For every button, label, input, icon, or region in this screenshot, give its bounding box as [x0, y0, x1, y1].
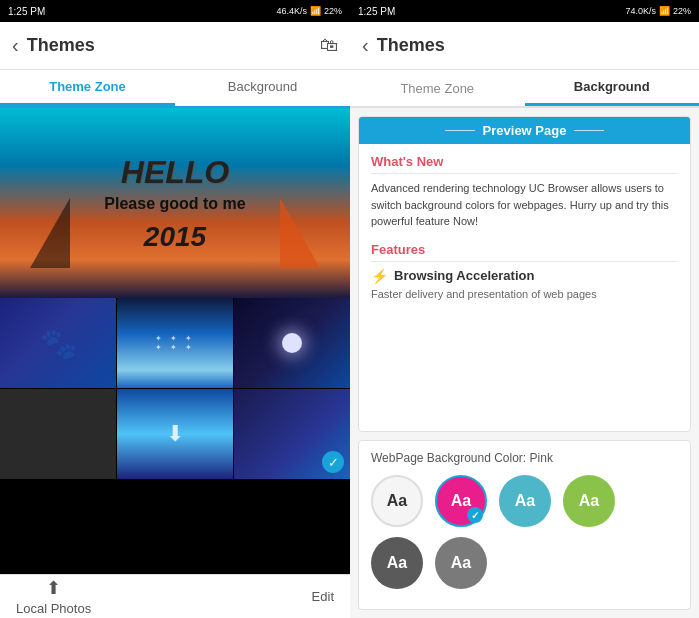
signal-icon-right: 📶: [659, 6, 670, 16]
signal-icon: 📶: [310, 6, 321, 16]
color-picker-section: WebPage Background Color: Pink Aa Aa ✓ A…: [358, 440, 691, 610]
page-title-left: Themes: [27, 35, 312, 56]
status-info-right: 74.0K/s 📶 22%: [625, 6, 691, 16]
right-panel: 1:25 PM 74.0K/s 📶 22% ‹ Themes Theme Zon…: [350, 0, 699, 618]
triangle-right-decor: [280, 198, 320, 268]
local-photos-label: Local Photos: [16, 601, 91, 616]
preview-title: Preview Page: [483, 123, 567, 138]
grid-item-5[interactable]: ⬇: [117, 389, 233, 479]
page-title-right: Themes: [377, 35, 687, 56]
status-time-right: 1:25 PM: [358, 6, 395, 17]
tab-theme-zone-left[interactable]: Theme Zone: [0, 70, 175, 106]
time-right: 1:25 PM: [358, 6, 395, 17]
back-button-right[interactable]: ‹: [362, 34, 369, 57]
status-bar-left: 1:25 PM 46.4K/s 📶 22%: [0, 0, 350, 22]
status-info-left: 46.4K/s 📶 22%: [276, 6, 342, 16]
tab-background-left[interactable]: Background: [175, 70, 350, 106]
selected-check: ✓: [467, 507, 483, 523]
feature-name: Browsing Acceleration: [394, 268, 534, 283]
grid-item-4[interactable]: [0, 389, 116, 479]
edit-label: Edit: [312, 589, 334, 604]
grid-item-2[interactable]: ✦ ✦ ✦✦ ✦ ✦: [117, 298, 233, 388]
status-bar-right: 1:25 PM 74.0K/s 📶 22%: [350, 0, 699, 22]
grid-item-1[interactable]: 🐾: [0, 298, 116, 388]
speed-left: 46.4K/s: [276, 6, 307, 16]
preview-content: What's New Advanced rendering technology…: [359, 144, 690, 310]
header-left: ‹ Themes 🛍: [0, 22, 350, 70]
back-button-left[interactable]: ‹: [12, 34, 19, 57]
preview-area: Preview Page What's New Advanced renderi…: [358, 116, 691, 432]
divider-right: [574, 130, 604, 131]
bottom-bar-left: ⬆ Local Photos Edit: [0, 574, 350, 618]
stars-decor: ✦ ✦ ✦✦ ✦ ✦: [155, 334, 195, 352]
edit-button[interactable]: Edit: [312, 589, 334, 604]
swatch-white-label: Aa: [387, 492, 407, 510]
swatch-dark2-label: Aa: [451, 554, 471, 572]
preview-header: Preview Page: [359, 117, 690, 144]
uc-logo-icon: 🐾: [33, 318, 83, 368]
swatch-green-label: Aa: [579, 492, 599, 510]
local-photos-button[interactable]: ⬆ Local Photos: [16, 577, 91, 616]
battery-left: 22%: [324, 6, 342, 16]
time-left: 1:25 PM: [8, 6, 45, 17]
whats-new-body: Advanced rendering technology UC Browser…: [371, 180, 678, 230]
grid-item-6[interactable]: ✓: [234, 389, 350, 479]
hero-year: 2015: [144, 221, 206, 253]
upload-icon: ⬆: [46, 577, 61, 599]
swatch-teal[interactable]: Aa: [499, 475, 551, 527]
tab-background-right[interactable]: Background: [525, 70, 700, 106]
divider-left: [445, 130, 475, 131]
lightning-icon: ⚡: [371, 268, 388, 284]
tab-theme-zone-right[interactable]: Theme Zone: [350, 70, 525, 106]
tabs-right: Theme Zone Background: [350, 70, 699, 108]
swatch-dark2[interactable]: Aa: [435, 537, 487, 589]
image-grid: 🐾 ✦ ✦ ✦✦ ✦ ✦ ⬇ ✓: [0, 298, 350, 574]
swatch-pink[interactable]: Aa ✓: [435, 475, 487, 527]
selected-checkmark: ✓: [322, 451, 344, 473]
download-icon: ⬇: [166, 421, 184, 447]
color-row-1: Aa Aa ✓ Aa Aa: [371, 475, 678, 527]
whats-new-title: What's New: [371, 154, 678, 174]
left-panel: 1:25 PM 46.4K/s 📶 22% ‹ Themes 🛍 Theme Z…: [0, 0, 350, 618]
color-row-2: Aa Aa: [371, 537, 678, 589]
swatch-pink-label: Aa: [451, 492, 471, 510]
battery-right: 22%: [673, 6, 691, 16]
moon-icon: [282, 333, 302, 353]
swatch-green[interactable]: Aa: [563, 475, 615, 527]
swatch-dark1[interactable]: Aa: [371, 537, 423, 589]
tabs-left: Theme Zone Background: [0, 70, 350, 108]
hero-please: Please good to me: [104, 195, 245, 213]
status-time-left: 1:25 PM: [8, 6, 45, 17]
triangle-left-decor: [30, 198, 70, 268]
grid-item-3[interactable]: [234, 298, 350, 388]
hero-image: HELLO Please good to me 2015: [0, 108, 350, 298]
feature-description: Faster delivery and presentation of web …: [371, 288, 678, 300]
color-picker-label: WebPage Background Color: Pink: [371, 451, 678, 465]
swatch-white[interactable]: Aa: [371, 475, 423, 527]
swatch-dark1-label: Aa: [387, 554, 407, 572]
speed-right: 74.0K/s: [625, 6, 656, 16]
bag-icon[interactable]: 🛍: [320, 35, 338, 56]
feature-item: ⚡ Browsing Acceleration: [371, 268, 678, 284]
hero-hello: HELLO: [121, 154, 229, 191]
features-title: Features: [371, 242, 678, 262]
swatch-teal-label: Aa: [515, 492, 535, 510]
header-right: ‹ Themes: [350, 22, 699, 70]
